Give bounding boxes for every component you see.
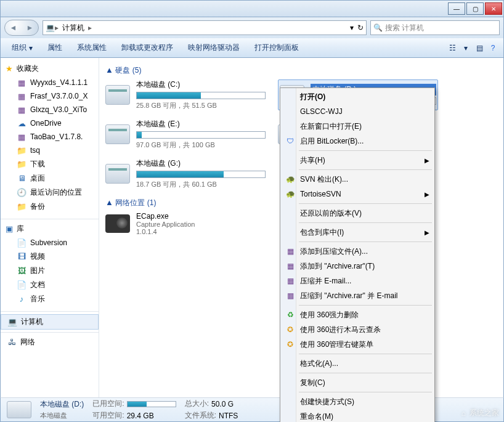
context-menu-label: 启用 BitLocker(B)... (300, 136, 364, 147)
address-bar[interactable]: 💻 ▸ 计算机 ▸ ▾ ↻ (43, 20, 367, 35)
clock-icon: 🕘 (17, 188, 26, 198)
context-menu-item[interactable]: ▦添加到 "Archive.rar"(T) (282, 259, 433, 274)
context-menu-label: 打开(O) (300, 92, 325, 102)
context-menu-label: 压缩到 "Archive.rar" 并 E-mail (300, 291, 398, 301)
sidebar-item[interactable]: 📁tsq (1, 144, 99, 157)
drive-name: 本地磁盘 (C:) (136, 79, 266, 90)
crumb-sep-icon: ▸ (88, 23, 92, 32)
preview-pane-icon[interactable]: ▤ (474, 44, 485, 52)
view-mode-icon[interactable]: ☷ (447, 44, 458, 52)
sidebar-item[interactable]: 🎞视频 (1, 250, 99, 264)
context-menu-item[interactable]: GLSCC-WJJ (282, 104, 433, 119)
breadcrumb-computer[interactable]: 计算机 (59, 23, 88, 33)
context-menu-item[interactable]: 共享(H)▶ (282, 153, 433, 168)
toolbar-map-drive[interactable]: 映射网络驱动器 (182, 41, 246, 54)
sidebar-item[interactable]: ▦Wyyxds_V4.1.1.1 (1, 76, 99, 89)
sidebar-item[interactable]: 🖥桌面 (1, 171, 99, 185)
sidebar-item[interactable]: 📁下载 (1, 157, 99, 171)
submenu-arrow-icon: ▶ (425, 157, 429, 164)
toolbar-control-panel[interactable]: 打开控制面板 (248, 41, 305, 54)
sidebar-item[interactable]: 📄Subversion (1, 236, 99, 250)
toolbar-uninstall[interactable]: 卸载或更改程序 (115, 41, 179, 54)
drive-item[interactable]: 本地磁盘 (E:) 97.0 GB 可用，共 100 GB (105, 119, 266, 150)
navigation-bar: ◄ ► 💻 ▸ 计算机 ▸ ▾ ↻ 🔍 搜索 计算机 (0, 17, 504, 38)
drive-item[interactable]: 本地磁盘 (C:) 25.8 GB 可用，共 51.5 GB (105, 79, 266, 110)
refresh-icon[interactable]: ↻ (357, 23, 364, 32)
sidebar-item-label: tsq (30, 146, 40, 155)
context-menu-item[interactable]: 还原以前的版本(V) (282, 206, 433, 221)
section-header-drives: ▲ 硬盘 (5) (105, 65, 497, 76)
drive-item[interactable]: 本地磁盘 (G:) 18.7 GB 可用，共 60.1 GB (105, 158, 266, 189)
network-icon: 🖧 (7, 338, 17, 347)
watermark: ⌂ 系统之家 (461, 408, 499, 418)
library-icon: ▣ (4, 224, 14, 234)
context-menu-item[interactable]: ✪使用 360进行木马云查杀 (282, 322, 433, 337)
context-menu-item[interactable]: 🛡启用 BitLocker(B)... (282, 134, 433, 148)
rar-i-icon: ▦ (285, 291, 296, 300)
shield-icon: 🛡 (285, 137, 296, 145)
sidebar-item-label: 图片 (30, 266, 45, 276)
context-menu-label: 使用 360强力删除 (300, 310, 359, 320)
sidebar-item[interactable]: 🖼图片 (1, 264, 99, 278)
sidebar-item[interactable]: ☁OneDrive (1, 116, 99, 130)
sidebar-item-label: 下载 (30, 159, 45, 169)
green-icon: ♻ (285, 310, 296, 319)
sidebar-group-libraries[interactable]: ▣ 库 (1, 222, 99, 236)
close-button[interactable]: ✕ (485, 2, 502, 15)
search-input[interactable]: 🔍 搜索 计算机 (370, 20, 500, 35)
netloc-desc: Capture Application (136, 221, 195, 228)
context-menu-item[interactable]: ▦添加到压缩文件(A)... (282, 244, 433, 259)
back-icon[interactable]: ◄ (5, 20, 22, 35)
chevron-down-icon[interactable]: ▾ (460, 44, 471, 52)
minimize-button[interactable]: — (448, 2, 465, 15)
context-menu-item[interactable]: ♻使用 360强力删除 (282, 307, 433, 322)
sidebar-item[interactable]: ▦Glxzq_V3.0_XiTo (1, 103, 99, 116)
sidebar-network[interactable]: 🖧 网络 (1, 335, 99, 349)
sidebar-item[interactable]: 📄文档 (1, 278, 99, 292)
sidebar-item[interactable]: 📁备份 (1, 200, 99, 214)
netloc-version: 1.0.1.4 (136, 228, 195, 235)
context-menu-item[interactable]: 在新窗口中打开(E) (282, 119, 433, 134)
context-menu-item[interactable]: 创建快捷方式(S) (282, 394, 433, 409)
context-menu-item[interactable]: 重命名(M) (282, 409, 433, 422)
nav-back-forward[interactable]: ◄ ► (4, 20, 39, 36)
status-avail-value: 29.4 GB (127, 412, 154, 420)
sidebar-item[interactable]: ♪音乐 (1, 292, 99, 306)
toolbar-organize[interactable]: 组织▾ (6, 41, 39, 54)
sidebar-computer[interactable]: 💻 计算机 (1, 314, 99, 330)
drive-icon (105, 85, 130, 105)
sidebar-item[interactable]: ▦Frasf_V3.7.0.0_X (1, 89, 99, 103)
context-menu-item[interactable]: 复制(C) (282, 375, 433, 390)
context-menu-item[interactable]: 包含到库中(I)▶ (282, 225, 433, 240)
rar-i-icon: ▦ (285, 247, 296, 256)
help-icon[interactable]: ? (487, 44, 498, 52)
context-menu-item[interactable]: ✪使用 360管理右键菜单 (282, 337, 433, 352)
address-dropdown-icon[interactable]: ▾ (350, 23, 354, 32)
sidebar-item[interactable]: 🕘最近访问的位置 (1, 185, 99, 200)
sidebar-item-label: 最近访问的位置 (30, 187, 82, 198)
sidebar-item[interactable]: ▦TaoBao_V1.7.8. (1, 130, 99, 144)
forward-icon[interactable]: ► (22, 20, 38, 35)
context-menu-item[interactable]: ▦压缩并 E-mail... (282, 274, 433, 288)
context-menu-item[interactable]: 🐢SVN 检出(K)... (282, 172, 433, 187)
rar-i-icon: ▦ (285, 277, 296, 285)
maximize-button[interactable]: ▢ (466, 2, 484, 15)
star-icon: ★ (4, 64, 14, 74)
search-placeholder: 搜索 计算机 (385, 23, 424, 33)
netloc-name: ECap.exe (136, 212, 195, 221)
context-menu-item[interactable]: ▦压缩到 "Archive.rar" 并 E-mail (282, 288, 433, 303)
q360-icon: ✪ (285, 325, 296, 334)
sidebar-group-favorites[interactable]: ★ 收藏夹 (1, 62, 99, 76)
sidebar-item-label: Wyyxds_V4.1.1.1 (30, 78, 87, 87)
context-menu-item[interactable]: 🐢TortoiseSVN▶ (282, 187, 433, 201)
context-menu-label: 格式化(A)... (300, 359, 338, 369)
context-menu-label: 还原以前的版本(V) (300, 208, 362, 219)
desk-icon: 🖥 (17, 174, 26, 184)
toolbar-properties[interactable]: 属性 (41, 41, 68, 54)
context-menu-item[interactable]: 打开(O) (282, 89, 433, 104)
context-menu-label: 添加到压缩文件(A)... (300, 246, 368, 257)
context-menu-item[interactable]: 格式化(A)... (282, 356, 433, 371)
context-menu-label: 包含到库中(I) (300, 227, 344, 238)
toolbar-system-properties[interactable]: 系统属性 (71, 41, 113, 54)
context-menu-label: 使用 360管理右键菜单 (300, 339, 373, 350)
